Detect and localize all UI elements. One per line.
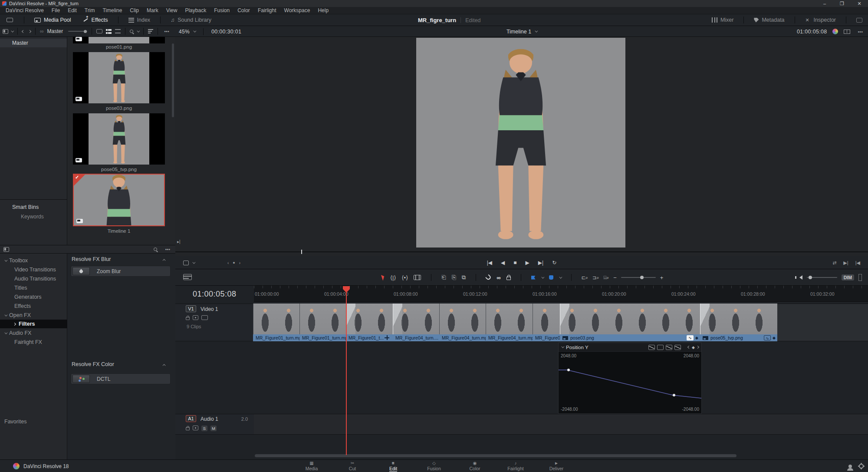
media-thumb-pose05[interactable] [73, 113, 165, 165]
loop-icon[interactable]: ↻ [552, 260, 556, 266]
fx-nav-video-transitions[interactable]: Video Transitions [0, 265, 67, 274]
keyframe-diamond-icon[interactable]: ◆ [695, 334, 698, 341]
fx-nav-open-fx[interactable]: Open FX [0, 311, 67, 320]
selection-tool-icon[interactable] [381, 274, 385, 281]
index-button[interactable]: Index [123, 14, 156, 26]
razor-tool-icon[interactable] [414, 275, 421, 280]
thumbnail-size-slider[interactable] [68, 31, 87, 32]
timeline-clip[interactable]: MR_Figure04_turn.mp4 [486, 304, 533, 341]
full-extent-zoom-icon[interactable]: ⊏⌕ [582, 275, 588, 281]
marker-chevron-icon[interactable] [559, 275, 562, 278]
page-tab-deliver[interactable]: ►Deliver [536, 460, 577, 472]
cross-dissolve-transition[interactable] [393, 304, 402, 334]
track-lock-icon[interactable] [186, 427, 190, 430]
auto-select-icon[interactable] [193, 315, 198, 320]
dual-viewer-icon[interactable] [844, 30, 850, 34]
cross-dissolve-transition[interactable] [346, 304, 355, 334]
insert-clip-icon[interactable]: ⎗ [441, 274, 446, 281]
fx-nav-fairlight-fx[interactable]: Fairlight FX [0, 338, 67, 347]
zoom-out-icon[interactable]: − [613, 274, 617, 281]
curve-collapse-icon[interactable] [561, 345, 564, 348]
match-frame-icon[interactable]: ▶| [843, 260, 848, 266]
maximize-button[interactable]: ❐ [833, 1, 851, 7]
viewer-scrub-bar[interactable] [175, 251, 868, 252]
keyframe-diamond-icon[interactable]: ◆ [773, 334, 776, 341]
menu-item[interactable]: Color [233, 7, 254, 13]
chevron-down-icon[interactable] [11, 29, 14, 32]
timeline-view-options-icon[interactable] [183, 274, 192, 280]
relink-icon[interactable]: ∞ [40, 28, 44, 34]
menu-item[interactable]: View [162, 7, 181, 13]
sort-icon[interactable] [148, 29, 153, 33]
menu-item[interactable]: Fusion [210, 7, 233, 13]
prev-keyframe-icon[interactable] [687, 346, 690, 349]
timeline-viewer[interactable]: ▸| [175, 37, 868, 256]
jump-back-icon[interactable]: |◀ [855, 260, 860, 266]
fx-nav-titles[interactable]: Titles [0, 284, 67, 292]
media-pool-button[interactable]: Media Pool [29, 14, 77, 26]
settings-gear-icon[interactable] [859, 464, 864, 469]
audio-meter-icon[interactable] [858, 274, 862, 281]
clip-thumbnail-toggle-icon[interactable] [201, 315, 208, 320]
linked-selection-icon[interactable]: ∞ [496, 274, 500, 281]
timeline-scrollbar[interactable] [255, 454, 736, 457]
media-thumb-timeline1[interactable] [73, 174, 165, 226]
minimize-button[interactable]: – [816, 1, 833, 7]
speaker-icon[interactable] [799, 275, 802, 280]
detail-zoom-icon[interactable]: ⊐⌕ [592, 275, 599, 281]
smart-bins-header[interactable]: Smart Bins [0, 200, 67, 210]
curve-editor-toggle-icon[interactable]: ∿ [764, 335, 771, 340]
menu-item[interactable]: Trim [81, 7, 99, 13]
video-track-id[interactable]: V1 [186, 305, 196, 312]
viewer-more-options-icon[interactable]: ••• [858, 29, 863, 34]
bin-sidebar-toggle-icon[interactable] [3, 29, 8, 34]
dynamic-trim-icon[interactable]: ⟨•⟩ [402, 274, 408, 281]
flag-icon[interactable] [531, 276, 536, 280]
cross-dissolve-transition[interactable] [700, 304, 710, 334]
list-view-icon[interactable] [115, 29, 121, 33]
position-lock-icon[interactable] [506, 277, 511, 280]
scrub-playhead-tick[interactable] [301, 250, 302, 254]
forward-icon[interactable] [28, 30, 31, 33]
search-chevron-icon[interactable] [137, 29, 140, 32]
bin-selector[interactable]: Master [47, 28, 63, 34]
playhead-line[interactable] [346, 287, 347, 455]
curve-editor-toggle-icon[interactable]: ∿ [687, 335, 694, 340]
audio-track-header[interactable]: A1 Audio 1 2.0 S M [175, 414, 254, 435]
timeline-clip[interactable]: MR_Figure01_turn.mp4 [253, 304, 299, 341]
more-options-icon[interactable]: ••• [164, 29, 169, 34]
timeline-selector-chevron-icon[interactable] [535, 30, 538, 33]
menu-item[interactable]: Fairlight [254, 7, 280, 13]
timeline-clip[interactable]: MR_Figure04_turn.mp4 [439, 304, 486, 341]
menu-item[interactable]: Edit [64, 7, 81, 13]
mixer-button[interactable]: Mixer [706, 17, 740, 23]
dim-button[interactable]: DIM [842, 274, 854, 281]
timeline-clip-pose05[interactable]: pose05_tvp.png ∿ ◆ [700, 304, 777, 341]
snapping-magnet-icon[interactable] [485, 274, 492, 281]
cross-dissolve-transition[interactable] [560, 304, 569, 334]
curve-ease-in-icon[interactable] [657, 345, 664, 350]
metadata-button[interactable]: Metadata [748, 17, 790, 23]
track-lock-icon[interactable] [186, 317, 190, 320]
replace-clip-icon[interactable]: ⧉ [462, 274, 466, 281]
keyframe-parameter-title[interactable]: Position Y [566, 345, 589, 350]
effects-more-options-icon[interactable]: ••• [165, 247, 170, 252]
close-button[interactable]: ✕ [851, 1, 868, 7]
stop-icon[interactable]: ■ [513, 260, 516, 266]
inspector-button[interactable]: Inspector [799, 17, 842, 23]
collapse-section-icon[interactable] [163, 259, 166, 262]
timeline-selector[interactable]: Timeline 1 [506, 29, 531, 35]
ui-layout-button[interactable] [0, 14, 20, 26]
marker-icon[interactable] [549, 275, 553, 280]
audio-track-id[interactable]: A1 [186, 415, 196, 422]
auto-select-icon[interactable] [193, 426, 198, 430]
menu-item[interactable]: Clip [126, 7, 143, 13]
overwrite-clip-icon[interactable]: ⎘ [452, 274, 456, 281]
page-tab-color[interactable]: ◉Color [454, 460, 495, 472]
page-tab-cut[interactable]: ✂Cut [332, 460, 373, 472]
video-track-header[interactable]: V1 Video 1 9 Clips [175, 304, 254, 341]
page-tab-edit[interactable]: ≡Edit [373, 460, 414, 472]
thumbnails-scrollbar[interactable] [172, 43, 174, 117]
page-tab-fairlight[interactable]: ♪Fairlight [495, 460, 536, 472]
effects-sidebar-toggle-icon[interactable] [3, 247, 9, 252]
